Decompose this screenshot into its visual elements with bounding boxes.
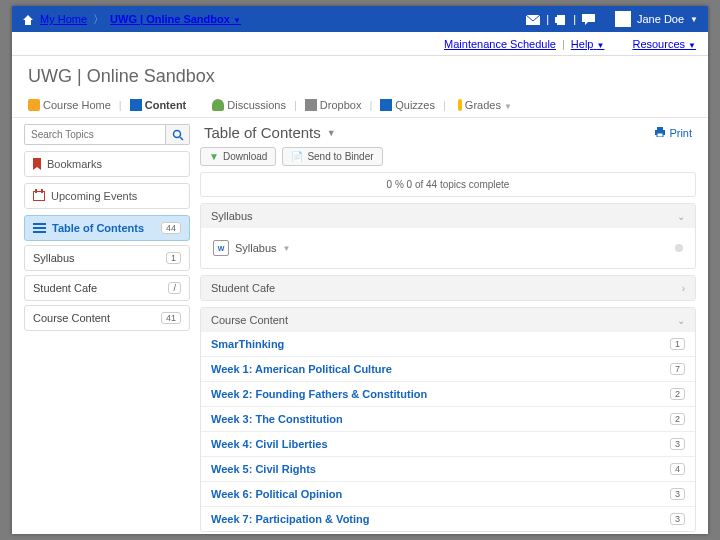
heading-caret[interactable]: ▼ xyxy=(327,128,336,138)
book-icon xyxy=(130,99,142,111)
maintenance-link[interactable]: Maintenance Schedule xyxy=(444,38,556,50)
content-heading: Table of Contents xyxy=(204,124,321,141)
module-cafe-head[interactable]: Student Cafe› xyxy=(201,276,695,300)
sidebar: Bookmarks Upcoming Events Table of Conte… xyxy=(24,124,190,534)
global-nav: My Home 〉 UWG | Online Sandbox ▼ | | Jan… xyxy=(12,6,708,32)
module-syllabus-head[interactable]: Syllabus⌄ xyxy=(201,204,695,228)
dropbox-icon xyxy=(305,99,317,111)
mail-icon[interactable] xyxy=(526,13,540,25)
calendar-icon xyxy=(33,191,45,201)
binder-icon: 📄 xyxy=(291,151,303,162)
resources-link[interactable]: Resources ▼ xyxy=(632,38,696,50)
nav-discussions[interactable]: Discussions xyxy=(212,99,286,111)
svg-line-4 xyxy=(180,137,183,140)
nav-content[interactable]: Content xyxy=(130,99,187,111)
user-menu-caret[interactable]: ▼ xyxy=(690,15,698,24)
grades-icon xyxy=(458,99,462,111)
resources-label: Resources xyxy=(632,38,685,50)
chat-icon[interactable] xyxy=(582,13,595,26)
nav-grades[interactable]: Grades ▼ xyxy=(454,99,512,111)
list-icon xyxy=(33,223,46,233)
cc-item[interactable]: Week 4: Civil Liberties3 xyxy=(201,431,695,456)
topic-syllabus[interactable]: W Syllabus ▼ xyxy=(211,236,685,260)
utility-nav: Maintenance Schedule | Help ▼ Resources … xyxy=(12,32,708,56)
user-menu[interactable]: Jane Doe xyxy=(637,13,684,25)
toc-syllabus[interactable]: Syllabus1 xyxy=(24,245,190,271)
sep: | xyxy=(573,13,576,25)
svg-rect-6 xyxy=(657,127,663,130)
toc-course-content[interactable]: Course Content41 xyxy=(24,305,190,331)
main-content: Table of Contents ▼ Print ▼Download 📄Sen… xyxy=(200,124,696,534)
bookmark-icon xyxy=(33,158,41,170)
send-to-binder-button[interactable]: 📄Send to Binder xyxy=(282,147,382,166)
print-icon xyxy=(654,127,666,137)
chevron-down-icon: ⌄ xyxy=(677,211,685,222)
print-button[interactable]: Print xyxy=(654,127,692,139)
cc-item[interactable]: Week 1: American Political Culture7 xyxy=(201,356,695,381)
upcoming-link[interactable]: Upcoming Events xyxy=(25,184,189,208)
help-label: Help xyxy=(571,38,594,50)
breadcrumb-sep: 〉 xyxy=(93,12,104,27)
help-link[interactable]: Help ▼ xyxy=(571,38,605,50)
svg-point-3 xyxy=(173,130,180,137)
download-icon: ▼ xyxy=(209,151,219,162)
discussion-icon xyxy=(212,99,224,111)
module-course-content: Course Content⌄ SmarThinking1 Week 1: Am… xyxy=(200,307,696,532)
avatar[interactable] xyxy=(615,11,631,27)
page-title: UWG | Online Sandbox xyxy=(12,56,708,95)
home-icon[interactable] xyxy=(22,12,34,25)
cc-item[interactable]: Week 3: The Constitution2 xyxy=(201,406,695,431)
progress-summary: 0 % 0 of 44 topics complete xyxy=(200,172,696,197)
cc-item[interactable]: SmarThinking1 xyxy=(201,332,695,356)
chevron-down-icon: ⌄ xyxy=(677,315,685,326)
status-dot xyxy=(675,244,683,252)
toc-list: Table of Contents 44 Syllabus1 Student C… xyxy=(24,215,190,331)
download-button[interactable]: ▼Download xyxy=(200,147,276,166)
svg-rect-7 xyxy=(657,133,663,137)
nav-quizzes[interactable]: Quizzes xyxy=(380,99,435,111)
home-icon xyxy=(28,99,40,111)
course-content-list: SmarThinking1 Week 1: American Political… xyxy=(201,332,695,531)
doc-icon: W xyxy=(213,240,229,256)
course-link-label: UWG | Online Sandbox xyxy=(110,13,230,25)
pager-icon[interactable] xyxy=(555,12,567,25)
search-input[interactable] xyxy=(24,124,166,145)
toc-all[interactable]: Table of Contents 44 xyxy=(24,215,190,241)
cc-item[interactable]: Week 6: Political Opinion3 xyxy=(201,481,695,506)
svg-rect-2 xyxy=(555,17,558,23)
course-nav: Course Home | Content Discussions | Drop… xyxy=(12,95,708,118)
nav-course-home[interactable]: Course Home xyxy=(28,99,111,111)
chevron-right-icon: › xyxy=(682,283,685,294)
quiz-icon xyxy=(380,99,392,111)
search-icon xyxy=(172,129,184,141)
sep: | xyxy=(546,13,549,25)
my-home-link[interactable]: My Home xyxy=(40,13,87,25)
module-cc-head[interactable]: Course Content⌄ xyxy=(201,308,695,332)
cc-item[interactable]: Week 2: Founding Fathers & Constitution2 xyxy=(201,381,695,406)
cc-item[interactable]: Week 7: Participation & Voting3 xyxy=(201,506,695,531)
course-link[interactable]: UWG | Online Sandbox ▼ xyxy=(110,13,241,25)
search-button[interactable] xyxy=(166,124,190,145)
module-cafe: Student Cafe› xyxy=(200,275,696,301)
module-syllabus: Syllabus⌄ W Syllabus ▼ xyxy=(200,203,696,269)
bookmarks-link[interactable]: Bookmarks xyxy=(25,152,189,176)
svg-rect-1 xyxy=(557,15,565,25)
cc-item[interactable]: Week 5: Civil Rights4 xyxy=(201,456,695,481)
toc-cafe[interactable]: Student Cafe/ xyxy=(24,275,190,301)
nav-dropbox[interactable]: Dropbox xyxy=(305,99,362,111)
